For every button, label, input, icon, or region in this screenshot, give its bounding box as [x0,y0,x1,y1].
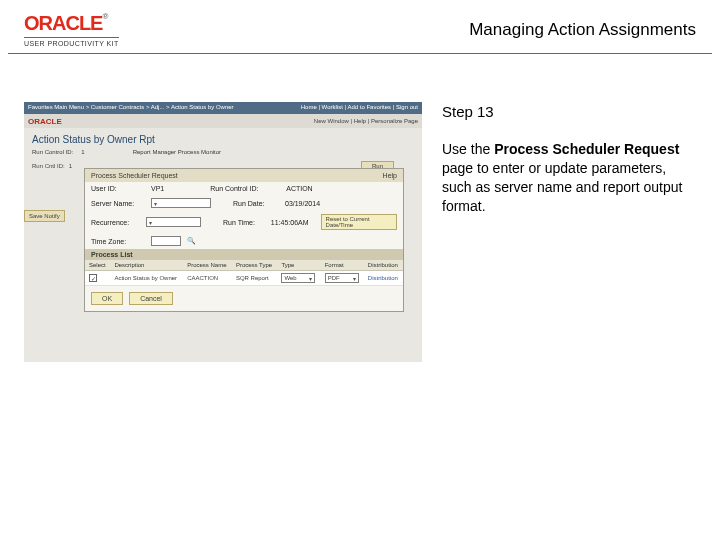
oracle-logo: ORACLE® [24,12,107,35]
row-format-select[interactable]: PDF [325,273,359,283]
recurrence-select[interactable] [146,217,201,227]
content-row: Favorites Main Menu > Customer Contracts… [0,54,720,362]
modal-help-link[interactable]: Help [383,172,397,179]
run-date-label: Run Date: [233,200,279,207]
bold-page-name: Process Scheduler Request [494,141,679,157]
col-type: Type [277,260,320,271]
row-description: Action Status by Owner [110,271,183,286]
modal-footer: OK Cancel [85,286,403,311]
user-id-label: User ID: [91,185,145,192]
doc-title: Managing Action Assignments [469,20,696,40]
col-description: Description [110,260,183,271]
col-distribution: Distribution [364,260,403,271]
row-distribution-link[interactable]: Distribution [368,275,398,281]
server-name-label: Server Name: [91,200,145,207]
shot-runline-val: 1 [69,163,72,169]
shot-brand-right: New Window | Help | Personalize Page [314,118,418,124]
modal-row-user: User ID: VP1 Run Control ID: ACTION [85,182,403,195]
run-date-value: 03/19/2014 [285,200,320,207]
page-header: ORACLE® USER PRODUCTIVITY KIT Managing A… [0,0,720,53]
process-list-table: Select Description Process Name Process … [85,260,403,286]
logo-subtitle: USER PRODUCTIVITY KIT [24,37,119,47]
modal-row-recurrence: Recurrence: Run Time: 11:45:06AM Reset t… [85,211,403,233]
embedded-screenshot: Favorites Main Menu > Customer Contracts… [24,102,422,362]
server-name-select[interactable] [151,198,211,208]
shot-runctl-label: Run Control ID: [32,149,73,155]
shot-runline-label: Run Cntl ID: [32,163,65,169]
run-time-label: Run Time: [223,219,265,226]
step-label: Step 13 [442,102,696,122]
process-scheduler-modal: Process Scheduler Request Help User ID: … [84,168,404,312]
shot-subline: Run Control ID: 1 Report Manager Process… [24,147,422,159]
cancel-button[interactable]: Cancel [129,292,173,305]
col-process-type: Process Type [232,260,278,271]
ok-button[interactable]: OK [91,292,123,305]
timezone-input[interactable] [151,236,181,246]
instruction-panel: Step 13 Use the Process Scheduler Reques… [442,102,696,362]
modal-header: Process Scheduler Request Help [85,169,403,182]
timezone-label: Time Zone: [91,238,145,245]
modal-title: Process Scheduler Request [91,172,178,179]
recurrence-label: Recurrence: [91,219,140,226]
shot-page-title: Action Status by Owner Rpt [24,128,422,147]
table-row: ✓ Action Status by Owner CAACTION SQR Re… [85,271,403,286]
runctrl-label: Run Control ID: [210,185,280,192]
save-notify-strip[interactable]: Save Notify [24,210,65,222]
col-process-name: Process Name [183,260,232,271]
run-time-value: 11:45:06AM [271,219,309,226]
user-id-value: VP1 [151,185,164,192]
reset-datetime-button[interactable]: Reset to Current Date/Time [321,214,397,230]
row-process-type: SQR Report [232,271,278,286]
instruction-text: Use the Process Scheduler Request page t… [442,140,696,216]
lookup-icon[interactable]: 🔍 [187,237,196,245]
modal-row-timezone: Time Zone: 🔍 [85,233,403,249]
row-type-select[interactable]: Web [281,273,315,283]
shot-nav-bar: Favorites Main Menu > Customer Contracts… [24,102,422,114]
process-list-header: Process List [85,249,403,260]
shot-nav-left: Favorites Main Menu > Customer Contracts… [28,104,234,112]
shot-brand-bar: ORACLE New Window | Help | Personalize P… [24,114,422,128]
row-checkbox[interactable]: ✓ [89,274,97,282]
row-process-name: CAACTION [183,271,232,286]
runctrl-value: ACTION [286,185,312,192]
modal-row-server: Server Name: Run Date: 03/19/2014 [85,195,403,211]
col-select: Select [85,260,110,271]
shot-nav-right: Home | Worklist | Add to Favorites | Sig… [301,104,418,112]
table-header-row: Select Description Process Name Process … [85,260,403,271]
shot-runctl-value: 1 [81,149,84,155]
shot-sublinks: Report Manager Process Monitor [133,149,221,155]
logo-block: ORACLE® USER PRODUCTIVITY KIT [24,12,119,47]
col-format: Format [321,260,364,271]
shot-oracle-logo: ORACLE [28,117,62,126]
